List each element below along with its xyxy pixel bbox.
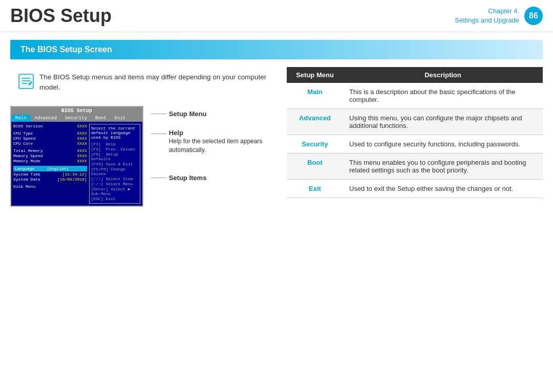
bios-highlight-row: Language [English] [13,166,87,171]
note-box: The BIOS Setup menus and items may diffe… [10,67,276,98]
annotation-help-body: Help for the selected item appears autom… [169,138,263,154]
annotation-setup-menu-title: Setup Menu [169,110,207,118]
bios-body: BIOS VersionXXXX CPU TypeXXXX CPU SpeedX… [11,122,142,206]
annotations-panel: Setup Menu Help Help for the selected it… [151,106,276,182]
bios-menu-advanced[interactable]: Advanced [31,115,61,122]
annotation-help-title: Help [169,129,276,137]
page-badge: 86 [524,7,543,25]
menu-name-security: Security [302,140,328,148]
table-row: Security Used to configure security func… [287,135,543,154]
menu-name-main: Main [307,88,323,96]
svg-rect-0 [19,74,33,89]
table-row: Main This is a description about the bas… [287,83,543,109]
main-content: The BIOS Setup menus and items may diffe… [0,67,553,207]
bios-menu-bar: Main Advanced Security Boot Exit [11,115,142,122]
annotation-setup-items: Setup Items [151,174,276,182]
table-desc-security: Used to configure security functions, in… [343,135,543,154]
table-desc-boot: This menu enables you to configure perip… [343,154,543,180]
header-right: Chapter 4. Settings and Upgrade 86 [455,7,543,25]
table-row: Advanced Using this menu, you can config… [287,109,543,135]
bios-menu-main[interactable]: Main [11,115,31,122]
table-desc-advanced: Using this menu, you can configure the m… [343,109,543,135]
table-row: Boot This menu enables you to configure … [287,154,543,180]
setup-table: Setup Menu Description Main This is a de… [287,67,543,198]
menu-name-boot: Boot [307,159,323,166]
menu-name-exit: Exit [309,185,321,192]
bios-screen: BIOS Setup Main Advanced Security Boot E… [10,106,143,207]
bios-menu-boot[interactable]: Boot [91,115,111,122]
annotation-setup-items-title: Setup Items [169,174,207,182]
left-panel: The BIOS Setup menus and items may diffe… [10,67,276,207]
menu-name-advanced: Advanced [299,114,331,122]
table-row: Exit Used to exit the Setup either savin… [287,180,543,198]
bios-menu-security[interactable]: Security [61,115,91,122]
table-desc-main: This is a description about the basic sp… [343,83,543,109]
bios-keys: [F1] Help [F3] Prev. Values [F9] Setup D… [91,142,138,201]
note-icon [18,73,34,90]
table-header-menu: Setup Menu [287,67,343,83]
page-header: BIOS Setup Chapter 4. Settings and Upgra… [0,0,553,32]
bios-section: BIOS Setup Main Advanced Security Boot E… [10,106,276,207]
section-title: The BIOS Setup Screen [20,45,112,54]
chapter-text: Chapter 4. Settings and Upgrade [455,7,519,25]
bios-right-col: Select the current default language used… [89,124,140,204]
right-panel: Setup Menu Description Main This is a de… [287,67,543,207]
bios-menu-exit[interactable]: Exit [111,115,130,122]
table-desc-exit: Used to exit the Setup either saving the… [343,180,543,198]
note-text: The BIOS Setup menus and items may diffe… [39,72,269,93]
bios-left-col: BIOS VersionXXXX CPU TypeXXXX CPU SpeedX… [13,124,89,204]
annotation-setup-menu: Setup Menu [151,110,276,118]
page-title: BIOS Setup [10,5,112,27]
section-title-bar: The BIOS Setup Screen [10,40,543,59]
bios-title-bar: BIOS Setup [11,107,142,115]
table-header-description: Description [343,67,543,83]
annotation-help: Help Help for the selected item appears … [151,129,276,155]
